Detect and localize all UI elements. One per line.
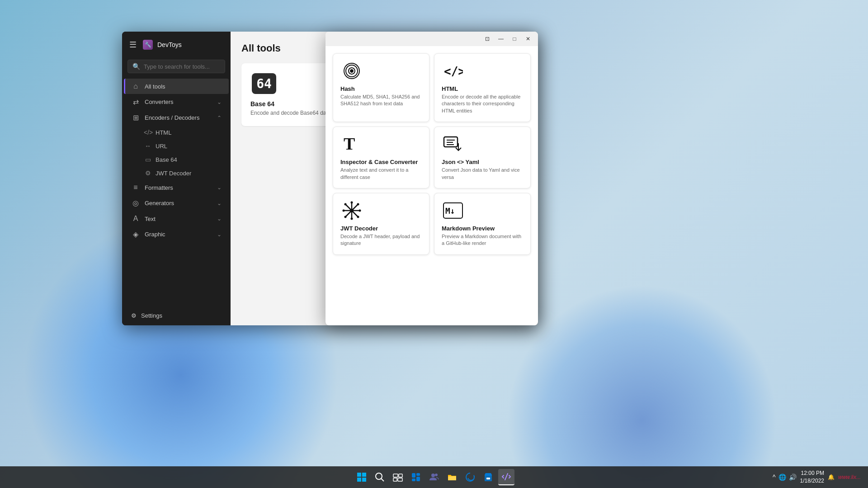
taskbar-volume-icon[interactable]: 🔊 — [789, 474, 797, 481]
markdown-card-name: Markdown Preview — [442, 225, 523, 232]
base64-card-icon: 64 — [250, 72, 278, 95]
notification-icon[interactable]: 🔔 — [828, 474, 835, 480]
graphic-icon: ◈ — [131, 230, 140, 239]
hamburger-button[interactable]: ☰ — [127, 38, 138, 52]
right-panel: ⊡ — □ ✕ Hash Calculate MD5, SHA1, SHA25 — [326, 32, 538, 325]
search-bar: 🔍 — [127, 60, 225, 73]
text-chevron: ⌄ — [217, 216, 222, 222]
taskbar-clock[interactable]: 12:00 PM 1/18/2022 — [800, 469, 824, 485]
svg-point-18 — [357, 203, 359, 205]
svg-text:M↓: M↓ — [445, 206, 455, 216]
sidebar-item-html[interactable]: </> HTML — [124, 126, 229, 139]
taskbar-sys-icons: ^ 🌐 🔊 — [773, 474, 797, 481]
sidebar-url-label: URL — [156, 143, 167, 150]
svg-text:</>: </> — [444, 65, 463, 78]
sidebar-item-converters[interactable]: ⇄ Converters ⌄ — [124, 94, 229, 110]
svg-rect-28 — [393, 474, 398, 477]
sidebar-item-url[interactable]: ↔ URL — [124, 139, 229, 153]
sidebar-item-jwt[interactable]: ⚙ JWT Decoder — [124, 166, 229, 180]
tool-card-markdown[interactable]: M↓ Markdown Preview Preview a Markdown d… — [434, 193, 531, 255]
taskbar-time-value: 12:00 PM — [800, 469, 824, 477]
tool-card-jwt[interactable]: JWT Decoder Decode a JWT header, payload… — [333, 193, 429, 255]
taskbar-explorer-btn[interactable] — [444, 469, 460, 485]
minimize-titlebar-btn[interactable]: — — [495, 34, 507, 43]
html-card-desc: Encode or decode all the applicable char… — [442, 94, 523, 114]
url-icon: ↔ — [144, 142, 152, 150]
close-icon: ✕ — [526, 36, 530, 42]
tool-card-json-yaml[interactable]: Json <> Yaml Convert Json data to Yaml a… — [434, 127, 531, 188]
svg-point-16 — [344, 203, 347, 205]
hash-card-name: Hash — [340, 85, 422, 92]
sidebar-item-all-tools[interactable]: ⌂ All tools — [124, 79, 229, 94]
graphic-chevron: ⌄ — [217, 231, 222, 238]
base64-card-desc: Encode and decode Base64 data — [250, 109, 330, 117]
taskbar-teams-btn[interactable] — [426, 469, 442, 485]
svg-rect-33 — [416, 473, 420, 476]
sidebar-text-label: Text — [145, 216, 156, 222]
tool-card-inspector[interactable]: T Inspector & Case Converter Analyze tex… — [333, 127, 429, 188]
svg-point-11 — [350, 209, 354, 212]
sidebar-item-generators[interactable]: ◎ Generators ⌄ — [124, 195, 229, 211]
svg-rect-29 — [399, 474, 402, 477]
svg-rect-31 — [398, 478, 402, 481]
taskbar-devtools-btn[interactable] — [498, 469, 514, 485]
jwt-nav-icon: ⚙ — [144, 169, 152, 177]
jwt-icon — [340, 201, 363, 221]
converters-icon: ⇄ — [131, 98, 140, 106]
svg-point-13 — [351, 217, 353, 220]
close-titlebar-btn[interactable]: ✕ — [522, 34, 534, 43]
restore-titlebar-btn[interactable]: ⊡ — [481, 34, 494, 43]
svg-point-15 — [359, 209, 361, 211]
taskbar-edge-btn[interactable] — [462, 469, 478, 485]
sidebar-item-graphic[interactable]: ◈ Graphic ⌄ — [124, 226, 229, 242]
generators-chevron: ⌄ — [217, 200, 222, 206]
sidebar-item-settings[interactable]: ⚙ Settings — [124, 308, 229, 324]
taskbar-icons — [354, 469, 514, 485]
sidebar-item-text[interactable]: A Text ⌄ — [124, 211, 229, 226]
formatters-chevron: ⌄ — [217, 184, 222, 191]
text-icon: A — [131, 215, 140, 223]
inspector-card-name: Inspector & Case Converter — [340, 159, 422, 165]
taskbar-widgets-btn[interactable] — [408, 469, 424, 485]
hash-card-desc: Calculate MD5, SHA1, SHA256 and SHA512 h… — [340, 94, 422, 108]
svg-rect-40 — [486, 478, 490, 479]
markdown-icon: M↓ — [442, 201, 464, 221]
maximize-icon: □ — [513, 36, 516, 42]
taskbar-taskview-btn[interactable] — [390, 469, 406, 485]
svg-point-19 — [344, 216, 347, 218]
jwt-card-desc: Decode a JWT header, payload and signatu… — [340, 233, 422, 247]
sidebar-item-formatters[interactable]: ≡ Formatters ⌄ — [124, 180, 229, 195]
sidebar-item-encoders[interactable]: ⊞ Encoders / Decoders ⌃ — [124, 110, 229, 126]
encoders-icon: ⊞ — [131, 113, 140, 122]
tool-card-html[interactable]: </> HTML Encode or decode all the applic… — [434, 53, 531, 122]
taskbar-search-btn[interactable] — [372, 469, 388, 485]
converters-chevron: ⌄ — [217, 99, 222, 105]
jwt-card-name: JWT Decoder — [340, 225, 422, 232]
svg-point-26 — [376, 473, 382, 479]
json-yaml-card-name: Json <> Yaml — [442, 159, 523, 165]
taskbar-network-icon[interactable]: 🌐 — [778, 474, 786, 481]
sidebar-item-base64[interactable]: ▭ Base 64 — [124, 153, 229, 166]
search-input[interactable] — [144, 63, 220, 70]
sidebar-formatters-label: Formatters — [145, 184, 173, 191]
taskbar-store-btn[interactable] — [480, 469, 496, 485]
taskbar-date-value: 1/18/2022 — [800, 477, 824, 485]
right-panel-grid: Hash Calculate MD5, SHA1, SHA256 and SHA… — [333, 53, 531, 255]
tool-card-hash[interactable]: Hash Calculate MD5, SHA1, SHA256 and SHA… — [333, 53, 429, 122]
taskbar-chevron-icon[interactable]: ^ — [773, 474, 776, 481]
html-card-name: HTML — [442, 85, 523, 92]
sidebar-jwt-label: JWT Decoder — [156, 170, 191, 177]
svg-rect-22 — [357, 473, 361, 477]
inspector-card-desc: Analyze text and convert it to a differe… — [340, 167, 422, 181]
settings-icon: ⚙ — [131, 312, 137, 319]
svg-point-37 — [435, 474, 438, 476]
svg-rect-38 — [448, 476, 456, 480]
restore-icon: ⊡ — [485, 36, 490, 42]
minimize-icon: — — [498, 36, 504, 42]
maximize-titlebar-btn[interactable]: □ — [508, 34, 521, 43]
start-button[interactable] — [354, 469, 370, 485]
html-icon: </> — [144, 129, 152, 136]
right-panel-titlebar: ⊡ — □ ✕ — [326, 32, 538, 46]
svg-point-36 — [431, 474, 435, 477]
svg-rect-30 — [393, 478, 397, 481]
